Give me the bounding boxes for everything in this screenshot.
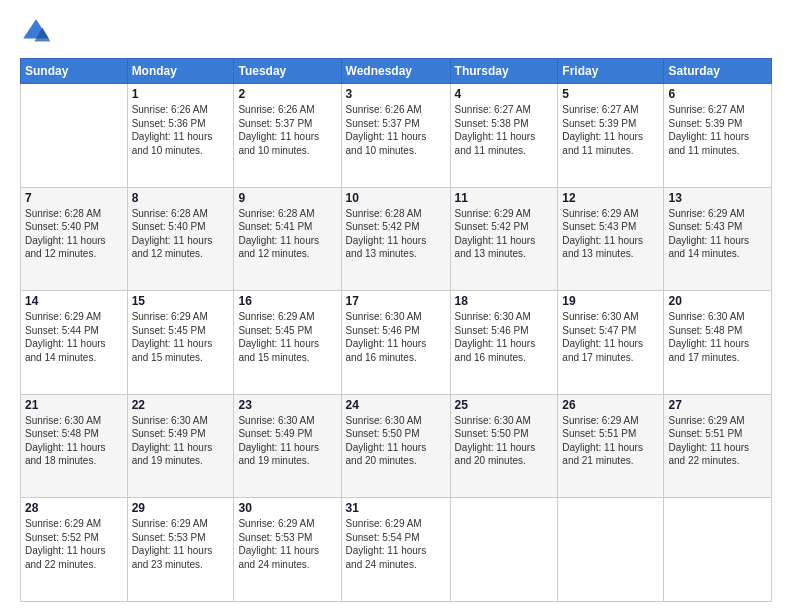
day-info: Sunrise: 6:30 AM Sunset: 5:47 PM Dayligh… <box>562 310 659 364</box>
calendar-cell <box>558 498 664 602</box>
day-info: Sunrise: 6:26 AM Sunset: 5:37 PM Dayligh… <box>238 103 336 157</box>
calendar-week-3: 14Sunrise: 6:29 AM Sunset: 5:44 PM Dayli… <box>21 291 772 395</box>
calendar-cell: 30Sunrise: 6:29 AM Sunset: 5:53 PM Dayli… <box>234 498 341 602</box>
calendar-week-1: 1Sunrise: 6:26 AM Sunset: 5:36 PM Daylig… <box>21 84 772 188</box>
day-number: 13 <box>668 191 767 205</box>
calendar-cell: 8Sunrise: 6:28 AM Sunset: 5:40 PM Daylig… <box>127 187 234 291</box>
day-info: Sunrise: 6:30 AM Sunset: 5:49 PM Dayligh… <box>132 414 230 468</box>
calendar-week-5: 28Sunrise: 6:29 AM Sunset: 5:52 PM Dayli… <box>21 498 772 602</box>
day-info: Sunrise: 6:29 AM Sunset: 5:42 PM Dayligh… <box>455 207 554 261</box>
day-number: 9 <box>238 191 336 205</box>
day-info: Sunrise: 6:30 AM Sunset: 5:48 PM Dayligh… <box>668 310 767 364</box>
day-number: 29 <box>132 501 230 515</box>
day-info: Sunrise: 6:29 AM Sunset: 5:45 PM Dayligh… <box>132 310 230 364</box>
calendar-cell: 7Sunrise: 6:28 AM Sunset: 5:40 PM Daylig… <box>21 187 128 291</box>
day-number: 2 <box>238 87 336 101</box>
day-info: Sunrise: 6:29 AM Sunset: 5:43 PM Dayligh… <box>668 207 767 261</box>
day-info: Sunrise: 6:30 AM Sunset: 5:50 PM Dayligh… <box>455 414 554 468</box>
day-info: Sunrise: 6:27 AM Sunset: 5:39 PM Dayligh… <box>562 103 659 157</box>
day-info: Sunrise: 6:29 AM Sunset: 5:45 PM Dayligh… <box>238 310 336 364</box>
day-info: Sunrise: 6:29 AM Sunset: 5:44 PM Dayligh… <box>25 310 123 364</box>
day-number: 8 <box>132 191 230 205</box>
day-number: 28 <box>25 501 123 515</box>
calendar-cell: 22Sunrise: 6:30 AM Sunset: 5:49 PM Dayli… <box>127 394 234 498</box>
calendar-cell: 4Sunrise: 6:27 AM Sunset: 5:38 PM Daylig… <box>450 84 558 188</box>
calendar-header-thursday: Thursday <box>450 59 558 84</box>
calendar-cell: 31Sunrise: 6:29 AM Sunset: 5:54 PM Dayli… <box>341 498 450 602</box>
calendar-cell: 5Sunrise: 6:27 AM Sunset: 5:39 PM Daylig… <box>558 84 664 188</box>
calendar-cell: 17Sunrise: 6:30 AM Sunset: 5:46 PM Dayli… <box>341 291 450 395</box>
calendar-cell: 13Sunrise: 6:29 AM Sunset: 5:43 PM Dayli… <box>664 187 772 291</box>
header <box>20 16 772 48</box>
calendar-cell: 23Sunrise: 6:30 AM Sunset: 5:49 PM Dayli… <box>234 394 341 498</box>
day-info: Sunrise: 6:28 AM Sunset: 5:41 PM Dayligh… <box>238 207 336 261</box>
day-number: 17 <box>346 294 446 308</box>
day-info: Sunrise: 6:28 AM Sunset: 5:40 PM Dayligh… <box>132 207 230 261</box>
calendar-header-friday: Friday <box>558 59 664 84</box>
day-info: Sunrise: 6:29 AM Sunset: 5:52 PM Dayligh… <box>25 517 123 571</box>
calendar-cell: 28Sunrise: 6:29 AM Sunset: 5:52 PM Dayli… <box>21 498 128 602</box>
calendar-cell: 26Sunrise: 6:29 AM Sunset: 5:51 PM Dayli… <box>558 394 664 498</box>
calendar-cell: 24Sunrise: 6:30 AM Sunset: 5:50 PM Dayli… <box>341 394 450 498</box>
calendar-cell: 1Sunrise: 6:26 AM Sunset: 5:36 PM Daylig… <box>127 84 234 188</box>
calendar-cell: 20Sunrise: 6:30 AM Sunset: 5:48 PM Dayli… <box>664 291 772 395</box>
day-info: Sunrise: 6:29 AM Sunset: 5:53 PM Dayligh… <box>238 517 336 571</box>
calendar-header-tuesday: Tuesday <box>234 59 341 84</box>
day-info: Sunrise: 6:30 AM Sunset: 5:48 PM Dayligh… <box>25 414 123 468</box>
logo-icon <box>20 16 52 48</box>
calendar-cell: 3Sunrise: 6:26 AM Sunset: 5:37 PM Daylig… <box>341 84 450 188</box>
day-number: 3 <box>346 87 446 101</box>
day-number: 21 <box>25 398 123 412</box>
day-number: 20 <box>668 294 767 308</box>
day-number: 27 <box>668 398 767 412</box>
day-info: Sunrise: 6:30 AM Sunset: 5:46 PM Dayligh… <box>346 310 446 364</box>
day-info: Sunrise: 6:27 AM Sunset: 5:38 PM Dayligh… <box>455 103 554 157</box>
day-info: Sunrise: 6:26 AM Sunset: 5:36 PM Dayligh… <box>132 103 230 157</box>
calendar-cell <box>21 84 128 188</box>
day-info: Sunrise: 6:29 AM Sunset: 5:53 PM Dayligh… <box>132 517 230 571</box>
day-info: Sunrise: 6:29 AM Sunset: 5:43 PM Dayligh… <box>562 207 659 261</box>
day-number: 6 <box>668 87 767 101</box>
calendar-cell <box>450 498 558 602</box>
day-number: 12 <box>562 191 659 205</box>
calendar-cell <box>664 498 772 602</box>
day-number: 24 <box>346 398 446 412</box>
calendar-cell: 19Sunrise: 6:30 AM Sunset: 5:47 PM Dayli… <box>558 291 664 395</box>
calendar-cell: 15Sunrise: 6:29 AM Sunset: 5:45 PM Dayli… <box>127 291 234 395</box>
day-number: 10 <box>346 191 446 205</box>
calendar-week-4: 21Sunrise: 6:30 AM Sunset: 5:48 PM Dayli… <box>21 394 772 498</box>
calendar-header-wednesday: Wednesday <box>341 59 450 84</box>
day-info: Sunrise: 6:28 AM Sunset: 5:40 PM Dayligh… <box>25 207 123 261</box>
calendar-cell: 29Sunrise: 6:29 AM Sunset: 5:53 PM Dayli… <box>127 498 234 602</box>
day-info: Sunrise: 6:29 AM Sunset: 5:51 PM Dayligh… <box>562 414 659 468</box>
calendar-cell: 21Sunrise: 6:30 AM Sunset: 5:48 PM Dayli… <box>21 394 128 498</box>
calendar-cell: 10Sunrise: 6:28 AM Sunset: 5:42 PM Dayli… <box>341 187 450 291</box>
calendar-header-sunday: Sunday <box>21 59 128 84</box>
day-info: Sunrise: 6:27 AM Sunset: 5:39 PM Dayligh… <box>668 103 767 157</box>
day-number: 30 <box>238 501 336 515</box>
calendar-header-row: SundayMondayTuesdayWednesdayThursdayFrid… <box>21 59 772 84</box>
page: SundayMondayTuesdayWednesdayThursdayFrid… <box>0 0 792 612</box>
day-number: 14 <box>25 294 123 308</box>
calendar-header-monday: Monday <box>127 59 234 84</box>
day-number: 25 <box>455 398 554 412</box>
day-info: Sunrise: 6:29 AM Sunset: 5:51 PM Dayligh… <box>668 414 767 468</box>
calendar-cell: 14Sunrise: 6:29 AM Sunset: 5:44 PM Dayli… <box>21 291 128 395</box>
day-number: 18 <box>455 294 554 308</box>
day-number: 22 <box>132 398 230 412</box>
day-number: 26 <box>562 398 659 412</box>
calendar-cell: 25Sunrise: 6:30 AM Sunset: 5:50 PM Dayli… <box>450 394 558 498</box>
day-info: Sunrise: 6:30 AM Sunset: 5:49 PM Dayligh… <box>238 414 336 468</box>
day-info: Sunrise: 6:26 AM Sunset: 5:37 PM Dayligh… <box>346 103 446 157</box>
day-info: Sunrise: 6:30 AM Sunset: 5:46 PM Dayligh… <box>455 310 554 364</box>
logo <box>20 16 56 48</box>
day-info: Sunrise: 6:28 AM Sunset: 5:42 PM Dayligh… <box>346 207 446 261</box>
calendar-cell: 18Sunrise: 6:30 AM Sunset: 5:46 PM Dayli… <box>450 291 558 395</box>
day-number: 23 <box>238 398 336 412</box>
calendar-cell: 16Sunrise: 6:29 AM Sunset: 5:45 PM Dayli… <box>234 291 341 395</box>
calendar-table: SundayMondayTuesdayWednesdayThursdayFrid… <box>20 58 772 602</box>
day-number: 5 <box>562 87 659 101</box>
calendar-cell: 11Sunrise: 6:29 AM Sunset: 5:42 PM Dayli… <box>450 187 558 291</box>
calendar-cell: 2Sunrise: 6:26 AM Sunset: 5:37 PM Daylig… <box>234 84 341 188</box>
calendar-week-2: 7Sunrise: 6:28 AM Sunset: 5:40 PM Daylig… <box>21 187 772 291</box>
